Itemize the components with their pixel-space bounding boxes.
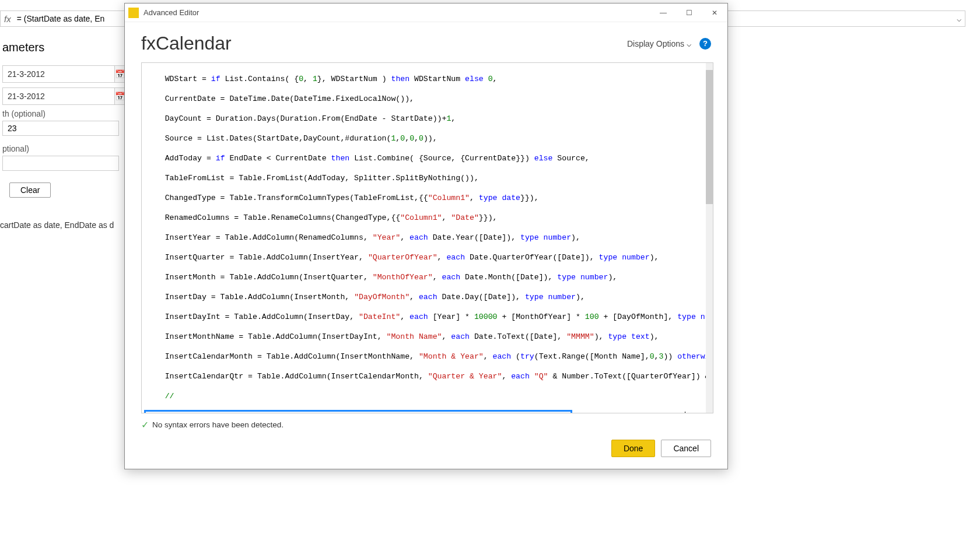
titlebar-label: Advanced Editor [144, 8, 199, 17]
app-icon [128, 8, 139, 18]
optional-label-2: ptional) [2, 144, 123, 153]
dialog-footer: Done Cancel [125, 434, 727, 469]
code-content[interactable]: WDStart = if List.Contains( {0, 1}, WDSt… [142, 63, 706, 413]
dialog-header: fxCalendar Display Options ⌵ ? [125, 22, 727, 60]
formula-text: = (StartDate as date, En [17, 14, 105, 23]
dialog-title: fxCalendar [141, 33, 232, 54]
advanced-editor-dialog: Advanced Editor — ☐ ✕ fxCalendar Display… [124, 3, 728, 469]
titlebar: Advanced Editor — ☐ ✕ [125, 3, 727, 22]
close-button[interactable]: ✕ [702, 3, 727, 22]
end-date-input[interactable] [2, 87, 115, 105]
chevron-down-icon: ⌵ [687, 39, 691, 48]
highlighted-line: InsertDayWeek = Table.AddColumn(InsertCa… [146, 411, 701, 413]
optional-label-1: th (optional) [2, 109, 123, 118]
optional-input-1[interactable] [2, 121, 119, 136]
help-icon[interactable]: ? [699, 38, 711, 50]
function-signature: cartDate as date, EndDate as d [0, 220, 114, 230]
done-button[interactable]: Done [611, 440, 655, 457]
scrollbar-thumb[interactable] [706, 70, 713, 204]
panel-heading: ameters [0, 41, 123, 54]
status-text: No syntax errors have been detected. [152, 420, 284, 429]
formula-dropdown-icon[interactable]: ⌵ [957, 14, 961, 23]
parameters-panel: ameters 📅 📅 th (optional) ptional) Clear [0, 34, 123, 200]
display-options-dropdown[interactable]: Display Options ⌵ [627, 39, 691, 48]
minimize-button[interactable]: — [650, 3, 676, 22]
text-cursor [685, 412, 685, 413]
start-date-input[interactable] [2, 65, 115, 83]
maximize-button[interactable]: ☐ [676, 3, 702, 22]
optional-input-2[interactable] [2, 156, 119, 171]
cancel-button[interactable]: Cancel [661, 440, 711, 457]
status-bar: ✓ No syntax errors have been detected. [125, 418, 727, 434]
fx-label: fx [4, 14, 11, 24]
check-icon: ✓ [141, 419, 149, 430]
clear-button[interactable]: Clear [9, 183, 51, 198]
vertical-scrollbar[interactable] [706, 63, 713, 413]
code-editor[interactable]: WDStart = if List.Contains( {0, 1}, WDSt… [141, 62, 713, 413]
